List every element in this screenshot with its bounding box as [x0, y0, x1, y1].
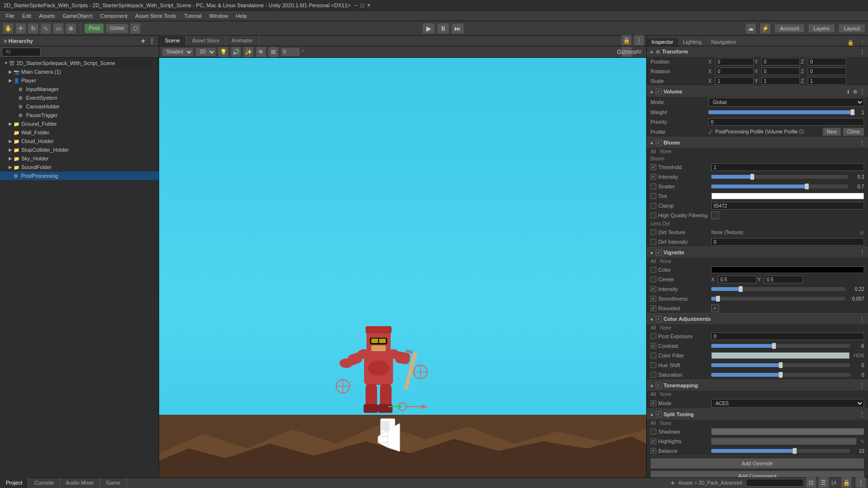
priority-input[interactable] — [708, 118, 864, 126]
tab-navigation[interactable]: Navigation — [706, 38, 741, 46]
hier-item-pausetrigger[interactable]: ⚙ PauseTrigger — [0, 111, 159, 119]
vignette-intensity-thumb[interactable] — [739, 286, 743, 292]
saturation-thumb[interactable] — [779, 372, 783, 378]
hier-item-inputmanager[interactable]: ⚙ InputManager — [0, 85, 159, 93]
project-search[interactable] — [746, 479, 804, 487]
bloom-header[interactable]: ▲ Bloom ⋮ — [647, 137, 868, 148]
toolbar-rotate[interactable]: ↻ — [28, 23, 39, 34]
menu-component[interactable]: Component — [96, 12, 131, 20]
project-lock[interactable]: 🔒 — [841, 477, 852, 488]
hq-toggle[interactable] — [711, 211, 719, 219]
hier-item-eventsystem[interactable]: ⚙ EventSystem — [0, 93, 159, 102]
shadows-checkbox[interactable] — [651, 429, 656, 435]
toolbar-collab[interactable]: ☁ — [746, 23, 756, 34]
tint-checkbox[interactable] — [651, 193, 656, 199]
minimize-btn[interactable]: − — [354, 2, 358, 9]
hier-item-cloud[interactable]: ▶ 📁 Cloud_Holder — [0, 137, 159, 145]
toolbar-cloud[interactable]: ⚡ — [760, 23, 771, 34]
pos-z-input[interactable] — [808, 58, 846, 66]
tab-assetstore[interactable]: Asset Store — [186, 35, 226, 46]
maximize-btn[interactable]: □ — [361, 2, 364, 9]
contrast-slider[interactable] — [711, 344, 850, 348]
scatter-slider[interactable] — [711, 185, 848, 188]
vignette-color-swatch[interactable] — [711, 266, 864, 273]
balance-checkbox[interactable] — [651, 448, 656, 454]
inspector-menu[interactable]: ⋮ — [857, 40, 868, 46]
volume-options[interactable]: ⋮ — [859, 88, 865, 95]
balance-thumb[interactable] — [793, 448, 797, 454]
mode-dropdown[interactable]: 2D — [195, 48, 216, 56]
volume-checkbox[interactable] — [656, 89, 662, 94]
hier-item-sky[interactable]: ▶ 📁 Sky_Holder — [0, 154, 159, 163]
scale-y-input[interactable] — [761, 77, 800, 85]
hq-checkbox[interactable] — [651, 212, 656, 218]
hier-item-maincamera[interactable]: ▶ 📷 Main Camera (1) — [0, 67, 159, 76]
rot-x-input[interactable] — [715, 67, 754, 75]
hier-item-scene[interactable]: ▼ 🎬 2D_StarterSpritepack_With_Script_Sce… — [0, 59, 159, 67]
vignette-rounded-checkbox[interactable] — [651, 305, 656, 311]
toolbar-transform[interactable]: ⊕ — [66, 23, 76, 34]
highlights-checkbox[interactable] — [651, 438, 656, 444]
toolbar-hand[interactable]: ✋ — [3, 23, 14, 34]
tab-inspector[interactable]: Inspector — [647, 38, 678, 46]
scale-z-input[interactable] — [808, 77, 846, 85]
scale-x-input[interactable] — [715, 77, 754, 85]
bloom-checkbox[interactable] — [656, 140, 662, 145]
scatter-thumb[interactable] — [805, 184, 809, 189]
split-toning-header[interactable]: ▲ Split Toning ⋮ — [647, 409, 868, 420]
inspector-lock[interactable]: 🔒 — [844, 40, 857, 46]
post-exposure-input[interactable] — [711, 332, 864, 340]
vignette-checkbox[interactable] — [656, 250, 662, 255]
toolbar-extra[interactable]: ⬡ — [130, 23, 141, 34]
toolbar-scale[interactable]: ⤡ — [41, 23, 51, 34]
vignette-smoothness-checkbox[interactable] — [651, 296, 656, 302]
volume-info[interactable]: ℹ — [847, 89, 849, 94]
saturation-checkbox[interactable] — [651, 372, 656, 378]
scene-fx[interactable]: ✨ — [243, 47, 254, 57]
project-filter[interactable]: ⊡ — [806, 477, 816, 488]
rot-y-input[interactable] — [761, 67, 800, 75]
tonemapping-mode-select[interactable]: ACES — [711, 399, 864, 408]
menu-gameobject[interactable]: GameObject — [59, 12, 96, 20]
hier-item-ground[interactable]: ▶ 📁 Ground_Folder — [0, 119, 159, 128]
clone-profile-button[interactable]: Clone — [843, 128, 864, 136]
vignette-options[interactable]: ⋮ — [859, 249, 865, 256]
hue-shift-checkbox[interactable] — [651, 362, 656, 368]
step-button[interactable]: ⏭ — [451, 23, 464, 34]
tonemapping-header[interactable]: ▲ Tonemapping ⋮ — [647, 380, 868, 391]
scene-menu[interactable]: ⋮ — [152, 61, 157, 66]
clamp-checkbox[interactable] — [651, 203, 656, 209]
color-filter-checkbox[interactable] — [651, 353, 656, 358]
hier-item-sound[interactable]: ▶ 📁 SoundFolder — [0, 163, 159, 171]
bloom-intensity-slider[interactable] — [711, 175, 848, 179]
tab-console[interactable]: Console — [28, 477, 60, 488]
threshold-input[interactable] — [711, 163, 864, 171]
highlights-swatch[interactable] — [711, 438, 856, 445]
layout-button[interactable]: Layout — [839, 24, 865, 33]
dirt-intensity-checkbox[interactable] — [651, 239, 656, 245]
scene-grid[interactable]: ⊞ — [268, 47, 279, 57]
tab-audiomixer[interactable]: Audio Mixer — [60, 477, 100, 488]
split-toning-checkbox[interactable] — [656, 411, 662, 417]
dirt-texture-checkbox[interactable] — [651, 229, 656, 235]
tonemapping-mode-checkbox[interactable] — [651, 400, 656, 406]
tonemapping-options[interactable]: ⋮ — [859, 382, 865, 389]
dirt-select-icon[interactable]: ◎ — [860, 230, 864, 235]
toolbar-rect[interactable]: ▭ — [53, 23, 64, 34]
mode-select[interactable]: Global — [708, 98, 864, 106]
menu-file[interactable]: File — [2, 12, 18, 20]
transform-options[interactable]: ⋮ — [859, 48, 865, 55]
hier-item-postprocessing[interactable]: ⚙ PostProcessing — [0, 171, 159, 180]
highlights-edit[interactable]: ✎ — [860, 439, 864, 444]
hierarchy-search[interactable] — [2, 48, 41, 56]
tab-scene[interactable]: Scene — [159, 35, 186, 46]
menu-help[interactable]: Help — [232, 12, 251, 20]
threshold-checkbox[interactable] — [651, 164, 656, 170]
contrast-checkbox[interactable] — [651, 343, 656, 349]
new-profile-button[interactable]: New — [823, 128, 841, 136]
split-toning-options[interactable]: ⋮ — [859, 411, 865, 418]
weight-slider-thumb[interactable] — [851, 109, 854, 115]
account-button[interactable]: Account — [774, 24, 804, 33]
toolbar-move[interactable]: ✛ — [15, 23, 26, 34]
vignette-smoothness-slider[interactable] — [711, 297, 845, 301]
